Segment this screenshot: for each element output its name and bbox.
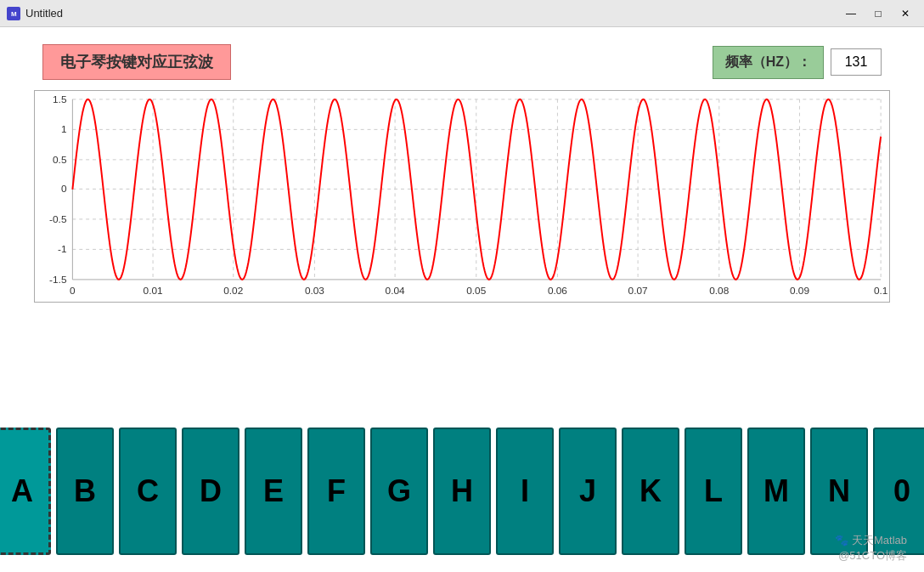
svg-text:0: 0 xyxy=(61,183,67,195)
maximize-button[interactable]: □ xyxy=(866,5,890,22)
svg-text:0.01: 0.01 xyxy=(144,285,163,297)
svg-text:M: M xyxy=(11,10,17,18)
piano-key-l[interactable]: L xyxy=(685,428,742,555)
title-bar-left: M Untitled xyxy=(7,7,63,20)
svg-text:0.03: 0.03 xyxy=(305,285,324,297)
piano-key-b[interactable]: B xyxy=(56,428,114,555)
piano-key-h[interactable]: H xyxy=(433,428,491,555)
svg-text:0.1: 0.1 xyxy=(874,285,887,297)
sine-wave-chart: 1.5 1 0.5 0 -0.5 -1 -1.5 0 0.01 0.02 0.0… xyxy=(34,90,890,303)
piano-key-a[interactable]: A xyxy=(0,428,51,555)
watermark-line2: @51CTO博客 xyxy=(835,548,907,564)
svg-text:0.04: 0.04 xyxy=(386,285,405,297)
piano-key-c[interactable]: C xyxy=(119,428,177,555)
svg-text:0: 0 xyxy=(70,285,76,297)
chart-svg: 1.5 1 0.5 0 -0.5 -1 -1.5 0 0.01 0.02 0.0… xyxy=(35,91,889,301)
svg-text:0.08: 0.08 xyxy=(709,285,729,297)
svg-text:-1: -1 xyxy=(58,243,67,255)
svg-text:0.07: 0.07 xyxy=(628,285,648,297)
svg-text:0.06: 0.06 xyxy=(548,285,567,297)
keys-container: ABCDEFGHIJKLMN0 xyxy=(25,313,899,564)
close-button[interactable]: ✕ xyxy=(893,5,917,22)
watermark: 🐾 天天Matlab @51CTO博客 xyxy=(835,533,907,564)
window-title: Untitled xyxy=(25,7,63,20)
svg-text:0.5: 0.5 xyxy=(53,154,67,166)
svg-text:-0.5: -0.5 xyxy=(49,213,67,225)
app-icon: M xyxy=(7,7,20,20)
top-controls: 电子琴按键对应正弦波 频率（HZ）： 131 xyxy=(25,44,899,80)
window-controls: — □ ✕ xyxy=(839,5,917,22)
freq-display: 频率（HZ）： 131 xyxy=(713,46,882,79)
title-bar: M Untitled — □ ✕ xyxy=(0,0,924,27)
chinese-label: 电子琴按键对应正弦波 xyxy=(42,44,231,80)
piano-key-g[interactable]: G xyxy=(370,428,428,555)
freq-value: 131 xyxy=(831,48,882,76)
piano-key-f[interactable]: F xyxy=(307,428,365,555)
watermark-line1: 🐾 天天Matlab xyxy=(835,533,907,548)
svg-text:-1.5: -1.5 xyxy=(49,274,67,286)
svg-text:1.5: 1.5 xyxy=(53,93,67,105)
svg-text:1: 1 xyxy=(61,123,67,135)
svg-text:0.09: 0.09 xyxy=(790,285,809,297)
minimize-button[interactable]: — xyxy=(839,5,863,22)
svg-text:0.05: 0.05 xyxy=(466,285,486,297)
piano-key-i[interactable]: I xyxy=(496,428,554,555)
main-content: 电子琴按键对应正弦波 频率（HZ）： 131 xyxy=(0,27,924,572)
piano-key-d[interactable]: D xyxy=(182,428,239,555)
piano-key-j[interactable]: J xyxy=(559,428,617,555)
piano-key-m[interactable]: M xyxy=(747,428,805,555)
svg-text:0.02: 0.02 xyxy=(223,285,243,297)
freq-label: 频率（HZ）： xyxy=(713,46,824,79)
piano-key-k[interactable]: K xyxy=(622,428,679,555)
svg-rect-2 xyxy=(35,91,889,301)
piano-key-e[interactable]: E xyxy=(245,428,302,555)
